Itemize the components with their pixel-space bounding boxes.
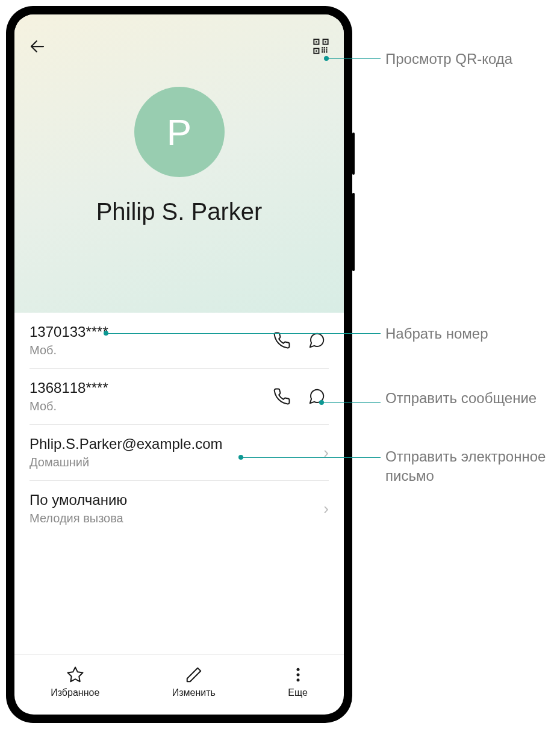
- arrow-left-icon: [28, 37, 46, 55]
- edit-icon: [185, 666, 203, 684]
- favorite-button[interactable]: Избранное: [51, 666, 99, 698]
- svg-point-19: [296, 678, 299, 681]
- qr-code-icon: [313, 38, 329, 55]
- contact-header: P Philip S. Parker: [14, 14, 344, 313]
- chevron-right-icon: ›: [323, 499, 329, 518]
- favorite-label: Избранное: [51, 687, 99, 698]
- contact-avatar[interactable]: P: [134, 87, 225, 177]
- top-bar: [14, 14, 344, 60]
- annotation-qr: Просмотр QR-кода: [385, 49, 512, 69]
- avatar-letter: P: [167, 111, 191, 154]
- svg-rect-7: [322, 47, 323, 48]
- annotation-mail: Отправить электронное письмо: [385, 447, 548, 486]
- annotation-sms: Отправить сообщение: [385, 389, 537, 408]
- phone-frame: P Philip S. Parker 1370133**** Моб.: [6, 6, 352, 723]
- phone-text: 1370133**** Моб.: [30, 324, 270, 357]
- more-label: Еще: [288, 687, 308, 698]
- svg-rect-4: [325, 41, 326, 42]
- phone-row[interactable]: 1368118**** Моб.: [30, 369, 329, 425]
- phone-type: Моб.: [30, 399, 270, 413]
- qr-code-button[interactable]: [309, 34, 333, 58]
- email-type: Домашний: [30, 455, 323, 469]
- ringtone-row[interactable]: По умолчанию Мелодия вызова ›: [30, 481, 329, 536]
- phone-text: 1368118**** Моб.: [30, 380, 270, 413]
- svg-marker-16: [67, 667, 82, 681]
- svg-rect-8: [324, 47, 325, 48]
- contact-details: 1370133**** Моб. 1368118**** Моб.: [14, 313, 344, 654]
- star-icon: [66, 666, 84, 684]
- ringtone-value: По умолчанию: [30, 492, 323, 508]
- svg-rect-2: [316, 41, 317, 42]
- svg-rect-9: [326, 47, 327, 48]
- ringtone-text: По умолчанию Мелодия вызова: [30, 492, 323, 525]
- edit-label: Изменить: [172, 687, 216, 698]
- phone-number: 1368118****: [30, 380, 270, 396]
- phone-type: Моб.: [30, 343, 270, 357]
- svg-rect-14: [326, 51, 327, 52]
- chevron-right-icon: ›: [323, 443, 329, 462]
- message-button[interactable]: [305, 328, 329, 352]
- chat-icon: [308, 387, 326, 405]
- message-button[interactable]: [305, 384, 329, 408]
- more-vertical-icon: [289, 666, 307, 684]
- svg-point-17: [296, 668, 299, 671]
- edit-button[interactable]: Изменить: [172, 666, 216, 698]
- svg-rect-15: [324, 49, 325, 50]
- more-button[interactable]: Еще: [288, 666, 308, 698]
- svg-rect-6: [316, 50, 317, 51]
- call-button[interactable]: [270, 384, 294, 408]
- screen: P Philip S. Parker 1370133**** Моб.: [14, 14, 344, 715]
- chat-icon: [308, 331, 326, 349]
- email-address: Phlip.S.Parker@example.com: [30, 436, 323, 452]
- phone-row[interactable]: 1370133**** Моб.: [30, 313, 329, 369]
- svg-rect-10: [322, 49, 323, 50]
- svg-rect-12: [322, 51, 323, 52]
- contact-name: Philip S. Parker: [96, 198, 263, 225]
- svg-point-18: [296, 673, 299, 676]
- svg-rect-11: [326, 49, 327, 50]
- ringtone-label: Мелодия вызова: [30, 512, 323, 525]
- email-text: Phlip.S.Parker@example.com Домашний: [30, 436, 323, 469]
- avatar-section: P Philip S. Parker: [14, 87, 344, 225]
- phone-icon: [273, 387, 291, 405]
- svg-rect-13: [324, 51, 325, 52]
- annotation-dial: Набрать номер: [385, 324, 488, 343]
- call-button[interactable]: [270, 328, 294, 352]
- phone-icon: [273, 331, 291, 349]
- bottom-bar: Избранное Изменить Еще: [14, 654, 344, 715]
- back-button[interactable]: [25, 34, 49, 58]
- phone-number: 1370133****: [30, 324, 270, 340]
- email-row[interactable]: Phlip.S.Parker@example.com Домашний ›: [30, 425, 329, 481]
